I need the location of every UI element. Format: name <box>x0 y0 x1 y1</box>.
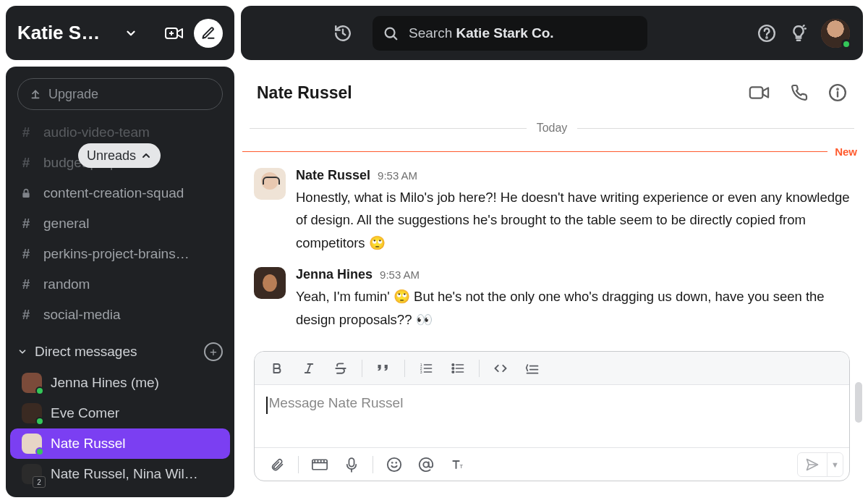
message-time: 9:53 AM <box>378 169 417 182</box>
svg-rect-36 <box>349 458 354 467</box>
message-author[interactable]: Nate Russel <box>296 168 370 183</box>
audio-clip-icon[interactable] <box>336 449 367 480</box>
dm-item[interactable]: Eve Comer <box>10 398 230 428</box>
search-bar[interactable]: Search Katie Stark Co. <box>373 16 647 51</box>
tips-icon[interactable] <box>789 24 808 43</box>
channel-item[interactable]: #general <box>6 208 234 239</box>
avatar <box>22 403 42 423</box>
dm-item-active[interactable]: Nate Russel <box>10 428 230 459</box>
compose-actions: T ▼ <box>255 447 849 481</box>
user-avatar[interactable] <box>821 19 850 48</box>
send-button[interactable] <box>798 453 827 476</box>
presence-indicator <box>841 39 851 49</box>
main-header: Search Katie Stark Co. <box>241 6 863 60</box>
unreads-label: Unreads <box>87 148 136 164</box>
conversation-pane: Nate Russel Today New Nate Russel9:53 AM… <box>241 67 863 497</box>
date-divider: Today <box>241 119 863 138</box>
channel-item[interactable]: #social-media <box>6 300 234 330</box>
bold-icon[interactable] <box>262 353 292 384</box>
info-icon[interactable] <box>828 83 847 102</box>
mention-icon[interactable] <box>411 449 441 480</box>
avatar <box>22 434 42 454</box>
svg-line-4 <box>343 33 345 35</box>
quote-icon[interactable] <box>368 353 399 384</box>
dm-section-header[interactable]: Direct messages + <box>6 336 234 368</box>
code-icon[interactable] <box>485 353 516 384</box>
upgrade-label: Upgrade <box>48 87 98 102</box>
svg-point-29 <box>452 363 454 365</box>
send-options-button[interactable]: ▼ <box>827 453 843 476</box>
svg-point-40 <box>396 462 396 462</box>
svg-point-39 <box>392 462 393 462</box>
chevron-down-icon[interactable] <box>124 27 137 40</box>
scrollbar[interactable] <box>855 382 862 423</box>
send-group: ▼ <box>797 452 843 477</box>
message: Jenna Hines9:53 AM Yeah, I'm fumin' 🙄 Bu… <box>241 257 863 334</box>
date-label: Today <box>537 122 568 135</box>
sidebar-header: Katie S… <box>6 6 234 60</box>
message-author[interactable]: Jenna Hines <box>296 267 373 282</box>
dm-header-label: Direct messages <box>35 344 137 360</box>
message-placeholder: Message Nate Russel <box>269 395 404 411</box>
svg-text:T: T <box>460 463 464 470</box>
svg-point-31 <box>452 371 454 373</box>
svg-point-30 <box>452 367 454 369</box>
svg-rect-12 <box>750 87 763 98</box>
compose-button[interactable] <box>194 19 223 48</box>
message-text: Honestly, what is Milo's job here?! He d… <box>296 186 850 254</box>
new-huddle-icon[interactable] <box>165 26 184 41</box>
phone-call-icon[interactable] <box>791 84 808 101</box>
new-messages-divider: New <box>241 145 863 158</box>
svg-point-41 <box>423 462 428 467</box>
svg-text:3: 3 <box>420 369 422 373</box>
message-text: Yeah, I'm fumin' 🙄 But he's not the only… <box>296 285 850 331</box>
video-clip-icon[interactable] <box>305 449 335 480</box>
avatar[interactable] <box>254 168 286 200</box>
svg-rect-11 <box>22 193 29 198</box>
history-icon[interactable] <box>333 24 352 43</box>
add-dm-button[interactable]: + <box>204 342 223 361</box>
dm-item[interactable]: Jenna Hines (me) <box>10 368 230 398</box>
compose-box: 123 Message Nate Russel T ▼ <box>254 351 850 481</box>
attach-icon[interactable] <box>262 449 292 480</box>
search-placeholder: Search Katie Stark Co. <box>409 25 554 41</box>
lock-icon <box>19 187 33 199</box>
avatar <box>22 373 42 393</box>
svg-point-38 <box>388 457 401 470</box>
svg-line-18 <box>307 364 311 373</box>
video-call-icon[interactable] <box>749 85 770 101</box>
new-label: New <box>827 145 863 158</box>
formatting-toggle-icon[interactable]: T <box>443 449 473 480</box>
unreads-pill[interactable]: Unreads <box>78 143 161 168</box>
emoji-icon[interactable] <box>379 449 409 480</box>
help-icon[interactable] <box>757 24 776 43</box>
search-icon <box>383 25 399 41</box>
channel-item[interactable]: #perkins-project-brains… <box>6 239 234 269</box>
workspace-name[interactable]: Katie S… <box>17 22 119 44</box>
svg-point-8 <box>766 37 767 38</box>
message-input[interactable]: Message Nate Russel <box>255 385 849 447</box>
channel-item[interactable]: content-creation-squad <box>6 178 234 208</box>
message-time: 9:53 AM <box>380 269 420 281</box>
svg-point-15 <box>837 88 838 89</box>
channel-item[interactable]: #random <box>6 269 234 300</box>
message: Nate Russel9:53 AM Honestly, what is Mil… <box>241 158 863 257</box>
italic-icon[interactable] <box>294 353 324 384</box>
avatar[interactable] <box>254 267 286 299</box>
upgrade-button[interactable]: Upgrade <box>17 78 223 110</box>
avatar <box>22 464 42 484</box>
sidebar: Upgrade Unreads #audio-video-team #budge… <box>6 67 234 497</box>
ordered-list-icon[interactable]: 123 <box>411 353 441 384</box>
dm-item[interactable]: Nate Russel, Nina Wil… <box>10 459 230 489</box>
conversation-title[interactable]: Nate Russel <box>257 83 352 103</box>
bullet-list-icon[interactable] <box>443 353 473 384</box>
svg-line-6 <box>393 36 396 39</box>
strikethrough-icon[interactable] <box>326 353 356 384</box>
format-toolbar: 123 <box>255 352 849 385</box>
code-block-icon[interactable] <box>517 353 548 384</box>
conversation-header: Nate Russel <box>241 67 863 119</box>
